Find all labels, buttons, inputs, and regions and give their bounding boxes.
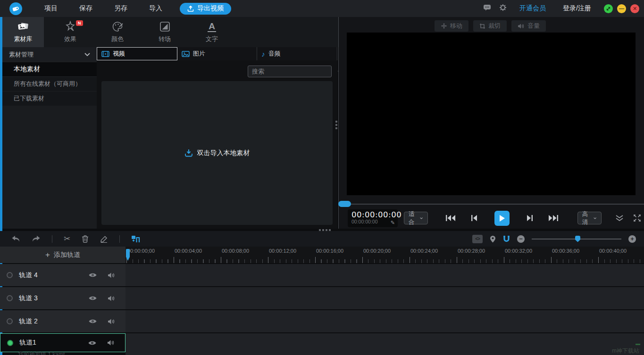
ruler-label: 00:00:16;00 (316, 248, 343, 254)
speaker-mute-icon[interactable] (108, 318, 115, 325)
export-video-button[interactable]: 导出视频 (180, 3, 231, 15)
ruler-label: 00:00:36;00 (552, 248, 579, 254)
menu-save[interactable]: 保存 (68, 4, 103, 13)
track-header-2[interactable]: 轨道 2 (0, 310, 125, 332)
export-label: 导出视频 (197, 4, 224, 13)
search-box (248, 66, 332, 77)
magnet-snap-button[interactable] (503, 235, 510, 243)
edit-pencil-button[interactable] (100, 235, 108, 243)
track-radio-selected[interactable] (7, 340, 13, 346)
undo-button[interactable] (11, 235, 20, 242)
sidebar-item-online-material[interactable]: 所有在线素材（可商用） (2, 76, 97, 91)
tab-label: 图片 (193, 50, 205, 58)
quality-dropdown[interactable]: 高清 (577, 212, 602, 224)
zoom-slider-handle[interactable] (575, 236, 580, 242)
add-track-label: 添加轨道 (54, 251, 80, 259)
track-label: 轨道1 (19, 338, 36, 347)
add-track-button[interactable]: + 添加轨道 (0, 247, 125, 263)
chevron-down-icon (594, 217, 596, 220)
search-input[interactable] (252, 68, 335, 75)
window-close-button[interactable]: ✕ (630, 4, 639, 13)
seek-bar-track[interactable] (350, 204, 644, 205)
vertical-drag-handle[interactable] (335, 119, 338, 131)
eye-visibility-icon[interactable] (88, 295, 97, 301)
skip-to-start-button[interactable] (439, 211, 462, 226)
tab-color[interactable]: 颜色 (97, 17, 138, 47)
fit-zoom-dropdown[interactable]: 适合 (404, 212, 428, 224)
track-header-4[interactable]: 轨道 4 (0, 264, 125, 286)
menu-project[interactable]: 项目 (33, 4, 68, 13)
speaker-icon (518, 23, 525, 29)
crop-tool-button[interactable]: 裁切 (473, 20, 507, 32)
next-frame-button[interactable] (518, 211, 542, 226)
track-header-1-selected[interactable]: 轨道1 (0, 333, 125, 352)
seek-bar-handle[interactable] (338, 201, 351, 207)
cut-scissors-button[interactable]: ✂ (64, 234, 70, 244)
volume-label: 音量 (527, 22, 540, 30)
volume-tool-button[interactable]: 音量 (511, 20, 546, 32)
eye-visibility-icon[interactable] (88, 340, 97, 346)
fullscreen-button[interactable] (630, 214, 644, 222)
tab-text[interactable]: A 文字 (191, 17, 233, 47)
move-icon (441, 23, 447, 29)
track-header-3[interactable]: 轨道 3 (0, 287, 125, 309)
material-manage-header[interactable]: 素材管理 (2, 47, 97, 62)
zoom-in-button[interactable]: + (628, 235, 636, 243)
track-radio[interactable] (7, 295, 13, 301)
import-dropzone[interactable]: 双击导入本地素材 (101, 81, 333, 225)
redo-button[interactable] (32, 235, 41, 242)
login-register-link[interactable]: 登录/注册 (554, 4, 600, 13)
tab-material-library[interactable]: 素材库 (2, 17, 44, 47)
menu-save-as[interactable]: 另存 (103, 4, 138, 13)
delete-trash-button[interactable] (82, 235, 89, 243)
track-lane-4[interactable] (125, 264, 644, 286)
eye-visibility-icon[interactable] (88, 272, 97, 278)
timeline-ruler[interactable]: 00:00:00;00 00:00:04;00 00:00:08;00 00:0… (125, 247, 644, 263)
zoom-out-button[interactable]: − (517, 235, 525, 243)
sidebar-item-downloaded-material[interactable]: 已下载素材 (2, 91, 97, 106)
timeline-toolbar: ✂ <> − + (0, 231, 644, 247)
tab-audio[interactable]: ♪ 音频 (257, 47, 337, 60)
ruler-label: 00:00:12;00 (269, 248, 296, 254)
track-radio[interactable] (7, 318, 13, 324)
marker-pin-button[interactable] (490, 235, 496, 243)
collapse-preview-button[interactable] (613, 215, 627, 222)
ruler-label: 00:00:00;00 (127, 248, 155, 254)
film-icon (101, 51, 109, 57)
timeline-view-tools: <> − + (472, 235, 636, 243)
feedback-chat-icon[interactable] (479, 4, 495, 13)
edit-timecode-icon[interactable]: ✎ (391, 220, 395, 226)
previous-frame-button[interactable] (462, 211, 486, 226)
speaker-mute-icon[interactable] (107, 339, 115, 346)
track-lane-3[interactable] (125, 287, 644, 309)
tab-transitions[interactable]: 转场 (144, 17, 185, 47)
skip-to-end-button[interactable] (542, 211, 565, 226)
split-insert-button[interactable] (131, 235, 140, 243)
window-maximize-button[interactable] (604, 4, 613, 13)
fit-timeline-button[interactable]: <> (472, 235, 483, 243)
settings-gear-icon[interactable] (495, 4, 511, 13)
timeline-zoom-slider[interactable] (532, 235, 621, 243)
menu-import[interactable]: 导入 (138, 4, 173, 13)
play-button[interactable] (494, 211, 510, 226)
watermark-mark (636, 344, 640, 345)
track-lane-2[interactable] (125, 310, 644, 332)
speaker-mute-icon[interactable] (108, 272, 115, 279)
preview-panel: 移动 裁切 音量 00:00:00:00 00:00:00:00 ✎ 适合 (339, 17, 644, 229)
vip-link[interactable]: 开通会员 (511, 4, 554, 13)
eye-visibility-icon[interactable] (88, 318, 97, 324)
sidebar-item-local-material[interactable]: 本地素材 (2, 62, 97, 76)
tab-effects[interactable]: 效果 N (50, 17, 91, 47)
tab-video[interactable]: 视频 (97, 47, 177, 60)
video-viewport[interactable] (347, 33, 636, 195)
fit-label: 适合 (409, 210, 417, 226)
window-minimize-button[interactable]: — (617, 4, 626, 13)
speaker-mute-icon[interactable] (108, 295, 115, 302)
tab-image[interactable]: 图片 (177, 47, 258, 60)
track-radio[interactable] (7, 272, 13, 278)
video-editor-window: 项目 保存 另存 导入 导出视频 开通会员 登录/注册 — ✕ 素材库 效果 N (0, 0, 644, 355)
magic-star-icon (65, 21, 76, 32)
move-tool-button[interactable]: 移动 (435, 20, 468, 32)
track-lane-1[interactable] (125, 333, 644, 355)
photos-icon (17, 21, 29, 32)
